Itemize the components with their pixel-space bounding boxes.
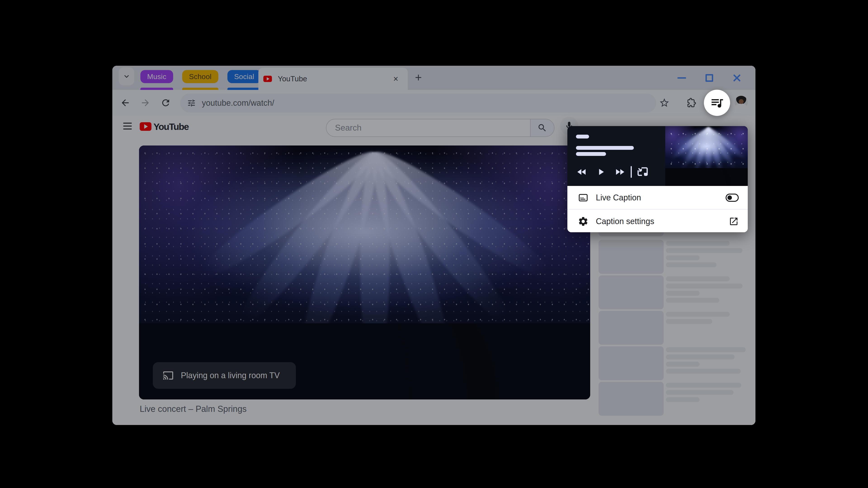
toggle-knob [727,195,732,200]
media-artist-placeholder [576,152,606,156]
playback-controls [567,164,652,180]
media-thumbnail [665,126,748,186]
media-controls-popup: Live Caption Caption settings [567,126,748,232]
screen: MusicSchoolSocial YouTube × + [0,0,868,488]
subtitles-icon [578,192,589,203]
playlist-music-icon [710,96,724,110]
media-session-card [567,126,748,186]
dim-overlay [112,66,755,425]
play-button[interactable] [591,164,610,180]
live-caption-label: Live Caption [596,193,641,202]
rewind-icon [576,166,587,177]
media-controls-button[interactable] [704,90,730,116]
live-caption-row[interactable]: Live Caption [567,186,748,209]
media-badge-placeholder [576,135,589,138]
caption-settings-label: Caption settings [596,217,654,226]
open-in-new-icon [729,217,739,226]
fast-forward-icon [614,166,625,177]
live-caption-toggle[interactable] [725,194,739,202]
caption-settings-row[interactable]: Caption settings [567,210,748,232]
previous-track-button[interactable] [572,164,591,180]
picture-in-picture-icon [637,166,649,177]
picture-in-picture-button[interactable] [633,164,652,180]
gear-icon [578,216,589,227]
media-title-placeholder [576,146,634,150]
play-icon [596,167,606,177]
controls-divider [631,166,632,178]
next-track-button[interactable] [610,164,629,180]
